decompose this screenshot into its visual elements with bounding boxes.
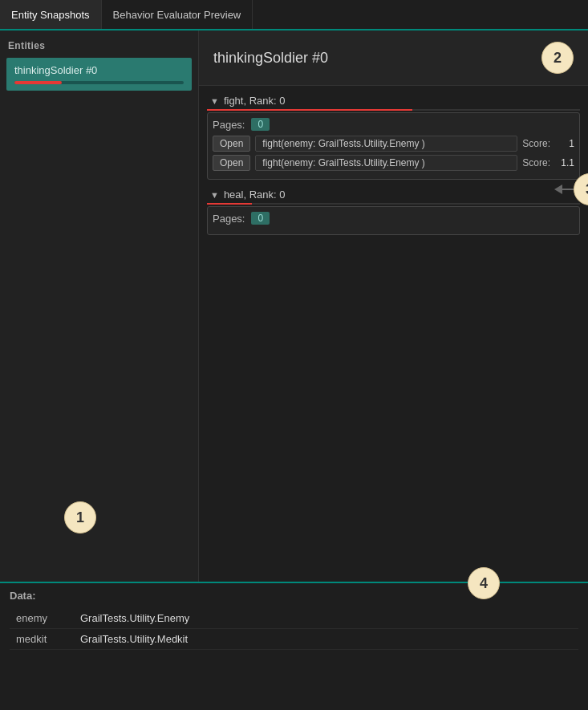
- entity-title: thinkingSoldier #0: [213, 50, 541, 67]
- entity-label: thinkingSoldier #0: [14, 64, 97, 76]
- tab-entity-snapshots[interactable]: Entity Snapshots: [0, 0, 102, 29]
- fight-eval-row-2: Open fight(enemy: GrailTests.Utility.Ene…: [213, 155, 574, 171]
- main-layout: Entities thinkingSoldier #0 1 thinkingSo…: [0, 30, 588, 710]
- heal-pages-label: Pages:: [213, 213, 245, 225]
- entity-title-bar: thinkingSoldier #0 2: [199, 30, 588, 86]
- fight-eval-name-2: fight(enemy: GrailTests.Utility.Enemy ): [255, 155, 517, 171]
- tab-bar: Entity Snapshots Behavior Evaluator Prev…: [0, 0, 588, 30]
- heal-rank-bar-fill: [207, 203, 252, 205]
- heal-pages-row: Pages: 0: [213, 212, 574, 225]
- annotation-3: 3: [574, 173, 588, 205]
- data-value-enemy: GrailTests.Utility.Enemy: [74, 608, 578, 629]
- fight-open-btn-1[interactable]: Open: [213, 136, 250, 152]
- entity-item[interactable]: thinkingSoldier #0: [6, 58, 192, 91]
- arrow-line: [562, 189, 574, 190]
- heal-chevron-icon: ▼: [210, 190, 219, 200]
- annotation-3-arrow: 3: [554, 173, 588, 205]
- fight-score-label-1: Score:: [522, 138, 550, 149]
- fight-pages-value: 0: [251, 118, 270, 131]
- entities-header: Entities: [6, 37, 192, 58]
- fight-chevron-icon: ▼: [210, 96, 219, 106]
- heal-behavior-section: ▼ heal, Rank: 0 Pages: 0: [207, 185, 580, 235]
- heal-label: heal, Rank: 0: [224, 189, 286, 201]
- entity-progress-container: [14, 81, 184, 84]
- fight-pages-label: Pages:: [213, 119, 245, 131]
- entity-progress-fill: [14, 81, 62, 84]
- fight-open-btn-2[interactable]: Open: [213, 155, 250, 171]
- fight-rank-bar: [207, 109, 580, 111]
- annotation-4: 4: [468, 567, 500, 599]
- fight-pages-row: Pages: 0: [213, 118, 574, 131]
- data-row-enemy: enemy GrailTests.Utility.Enemy: [10, 608, 578, 629]
- sidebar: Entities thinkingSoldier #0 1: [0, 30, 199, 582]
- data-key-enemy: enemy: [10, 608, 74, 629]
- fight-eval-name-1: fight(enemy: GrailTests.Utility.Enemy ): [255, 136, 517, 152]
- annotation-1: 1: [64, 501, 96, 534]
- fight-behavior-section: ▼ fight, Rank: 0 Pages: 0 Open fight(ene…: [207, 91, 580, 180]
- data-key-medkit: medkit: [10, 629, 74, 650]
- tab-behavior-evaluator-label: Behavior Evaluator Preview: [113, 9, 241, 21]
- data-table: enemy GrailTests.Utility.Enemy medkit Gr…: [10, 608, 578, 650]
- fight-label: fight, Rank: 0: [224, 95, 286, 107]
- fight-behavior-header[interactable]: ▼ fight, Rank: 0: [207, 91, 580, 111]
- data-row-medkit: medkit GrailTests.Utility.Medkit: [10, 629, 578, 650]
- tab-behavior-evaluator[interactable]: Behavior Evaluator Preview: [102, 0, 253, 29]
- data-value-medkit: GrailTests.Utility.Medkit: [74, 629, 578, 650]
- data-panel: Data: enemy GrailTests.Utility.Enemy med…: [0, 582, 588, 710]
- fight-behavior-body: Pages: 0 Open fight(enemy: GrailTests.Ut…: [207, 112, 580, 180]
- fight-rank-bar-fill: [207, 109, 412, 111]
- arrow-head-icon: [554, 185, 562, 194]
- right-panel: thinkingSoldier #0 2 ▼ fight, Rank: 0: [199, 30, 588, 582]
- fight-score-value-1: 1: [555, 138, 574, 149]
- fight-score-label-2: Score:: [522, 157, 550, 168]
- fight-eval-row-1: Open fight(enemy: GrailTests.Utility.Ene…: [213, 136, 574, 152]
- heal-rank-bar: [207, 203, 580, 205]
- tab-entity-snapshots-label: Entity Snapshots: [11, 9, 90, 21]
- heal-behavior-header[interactable]: ▼ heal, Rank: 0: [207, 185, 580, 205]
- heal-behavior-body: Pages: 0: [207, 206, 580, 235]
- annotation-2: 2: [541, 42, 574, 74]
- fight-score-value-2: 1.1: [555, 157, 574, 168]
- heal-pages-value: 0: [251, 212, 270, 225]
